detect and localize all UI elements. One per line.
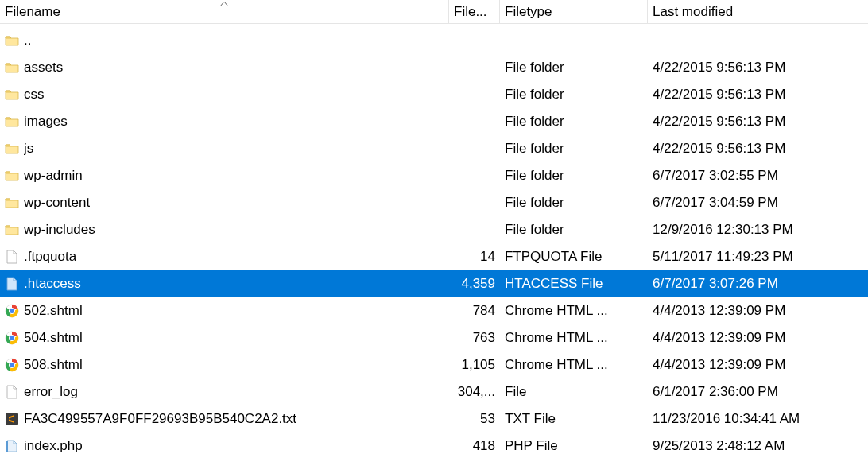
filename-text: 508.shtml: [24, 357, 83, 373]
column-header-filesize[interactable]: File...: [449, 0, 500, 23]
filename-text: index.php: [24, 438, 83, 454]
cell-last-modified: 12/9/2016 12:30:13 PM: [648, 216, 856, 243]
cell-filetype: PHP File: [500, 433, 648, 458]
cell-last-modified: 9/25/2013 2:48:12 AM: [648, 433, 856, 458]
filesize-text: 14: [480, 249, 495, 265]
sublime-icon: [5, 412, 19, 426]
file-row[interactable]: .htaccess4,359HTACCESS File6/7/2017 3:07…: [0, 270, 868, 297]
filename-text: images: [24, 114, 68, 130]
filesize-text: 1,105: [461, 357, 495, 373]
cell-filename: 508.shtml: [0, 351, 449, 378]
column-header-filetype[interactable]: Filetype: [500, 0, 648, 23]
file-row[interactable]: error_log304,...File6/1/2017 2:36:00 PM: [0, 378, 868, 406]
filetype-text: Chrome HTML ...: [505, 303, 608, 319]
filetype-text: FTPQUOTA File: [505, 249, 602, 265]
file-row[interactable]: 504.shtml763Chrome HTML ...4/4/2013 12:3…: [0, 324, 868, 351]
chrome-icon: [5, 331, 19, 345]
cell-filename: images: [0, 108, 449, 135]
cell-filename: 504.shtml: [0, 324, 449, 351]
file-row[interactable]: index.php418PHP File9/25/2013 2:48:12 AM: [0, 433, 868, 458]
cell-filetype: File folder: [500, 162, 648, 189]
file-row[interactable]: jsFile folder4/22/2015 9:56:13 PM: [0, 135, 868, 162]
cell-last-modified: 11/23/2016 10:34:41 AM: [648, 406, 856, 433]
cell-filetype: File: [500, 378, 648, 406]
cell-last-modified: 6/7/2017 3:07:26 PM: [648, 270, 856, 297]
filesize-text: 53: [480, 411, 495, 427]
column-label: Filetype: [505, 4, 552, 20]
cell-filetype: TXT File: [500, 406, 648, 433]
file-row[interactable]: cssFile folder4/22/2015 9:56:13 PM: [0, 81, 868, 108]
filetype-text: File folder: [505, 141, 564, 157]
column-header-last-modified[interactable]: Last modified: [648, 0, 856, 23]
cell-filesize: [449, 81, 500, 108]
cell-filesize: [449, 216, 500, 243]
cell-filetype: HTACCESS File: [500, 270, 648, 297]
last-modified-text: 4/22/2015 9:56:13 PM: [653, 114, 785, 130]
filetype-text: File: [505, 384, 526, 400]
filename-text: js: [24, 141, 33, 157]
folder-icon: [5, 169, 19, 183]
cell-filesize: 304,...: [449, 378, 500, 406]
last-modified-text: 4/4/2013 12:39:09 PM: [653, 330, 785, 346]
folder-icon: [5, 196, 19, 210]
cell-filetype: Chrome HTML ...: [500, 324, 648, 351]
file-row[interactable]: imagesFile folder4/22/2015 9:56:13 PM: [0, 108, 868, 135]
file-sel-icon: [5, 277, 19, 291]
file-row[interactable]: assetsFile folder4/22/2015 9:56:13 PM: [0, 54, 868, 81]
cell-filetype: Chrome HTML ...: [500, 351, 648, 378]
cell-last-modified: 4/4/2013 12:39:09 PM: [648, 351, 856, 378]
cell-filesize: 784: [449, 297, 500, 324]
filesize-text: 784: [473, 303, 495, 319]
cell-filename: wp-admin: [0, 162, 449, 189]
filename-text: css: [24, 87, 45, 103]
filetype-text: HTACCESS File: [505, 276, 603, 292]
cell-last-modified: 4/22/2015 9:56:13 PM: [648, 108, 856, 135]
filetype-text: File folder: [505, 114, 564, 130]
svg-rect-9: [6, 413, 18, 425]
file-row[interactable]: .ftpquota14FTPQUOTA File5/11/2017 11:49:…: [0, 243, 868, 270]
filetype-text: File folder: [505, 87, 564, 103]
filename-text: ..: [24, 33, 31, 49]
file-row[interactable]: ..: [0, 27, 868, 54]
file-row[interactable]: wp-contentFile folder6/7/2017 3:04:59 PM: [0, 189, 868, 216]
cell-filesize: 418: [449, 433, 500, 458]
cell-filesize: [449, 162, 500, 189]
file-row[interactable]: wp-includesFile folder12/9/2016 12:30:13…: [0, 216, 868, 243]
filetype-text: Chrome HTML ...: [505, 357, 608, 373]
last-modified-text: 4/4/2013 12:39:09 PM: [653, 357, 785, 373]
cell-last-modified: 4/22/2015 9:56:13 PM: [648, 135, 856, 162]
cell-filename: wp-includes: [0, 216, 449, 243]
filename-text: .htaccess: [24, 276, 81, 292]
last-modified-text: 11/23/2016 10:34:41 AM: [653, 411, 800, 427]
file-row[interactable]: 502.shtml784Chrome HTML ...4/4/2013 12:3…: [0, 297, 868, 324]
column-header-filename[interactable]: Filename: [0, 0, 449, 23]
filetype-text: File folder: [505, 60, 564, 76]
filetype-text: File folder: [505, 195, 564, 211]
last-modified-text: 4/22/2015 9:56:13 PM: [653, 60, 785, 76]
filename-text: 504.shtml: [24, 330, 83, 346]
cell-filesize: [449, 189, 500, 216]
file-row[interactable]: wp-adminFile folder6/7/2017 3:02:55 PM: [0, 162, 868, 189]
column-label: Filename: [5, 4, 60, 20]
cell-filesize: [449, 54, 500, 81]
cell-filesize: [449, 27, 500, 54]
file-row[interactable]: 508.shtml1,105Chrome HTML ...4/4/2013 12…: [0, 351, 868, 378]
cell-filetype: Chrome HTML ...: [500, 297, 648, 324]
cell-filename: ..: [0, 27, 449, 54]
last-modified-text: 5/11/2017 11:49:23 PM: [653, 249, 793, 265]
cell-filename: error_log: [0, 378, 449, 406]
folder-icon: [5, 142, 19, 156]
last-modified-text: 6/1/2017 2:36:00 PM: [653, 384, 778, 400]
cell-filetype: File folder: [500, 216, 648, 243]
filename-text: .ftpquota: [24, 249, 76, 265]
cell-filetype: FTPQUOTA File: [500, 243, 648, 270]
filetype-text: TXT File: [505, 411, 556, 427]
file-row[interactable]: FA3C499557A9F0FF29693B95B540C2A2.txt53TX…: [0, 406, 868, 433]
sort-ascending-icon: [220, 0, 228, 8]
cell-filename: index.php: [0, 433, 449, 458]
filesize-text: 418: [473, 438, 495, 454]
folder-icon: [5, 33, 19, 48]
cell-filename: css: [0, 81, 449, 108]
cell-filetype: [500, 27, 648, 54]
chrome-icon: [5, 304, 19, 318]
